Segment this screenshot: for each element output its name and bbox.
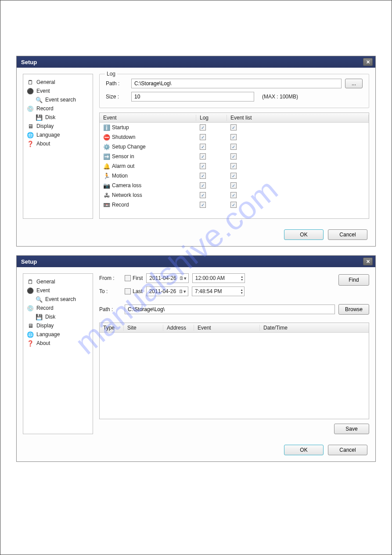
last-label: Last bbox=[133, 288, 143, 294]
browse-button[interactable]: Browse bbox=[338, 304, 369, 315]
motion-icon: 🏃 bbox=[103, 172, 110, 179]
nav-item-record[interactable]: 💿Record bbox=[26, 104, 90, 113]
nav-item-event-search[interactable]: 🔍Event search bbox=[26, 95, 90, 104]
eventlist-checkbox[interactable]: ✓ bbox=[230, 144, 237, 150]
setup-window-event: Setup ✕ 🗒General⚫Event🔍Event search💿Reco… bbox=[16, 56, 376, 247]
sensor-in-icon: ➡️ bbox=[103, 153, 110, 160]
eventlist-checkbox[interactable]: ✓ bbox=[230, 153, 237, 160]
col-eventlist[interactable]: Event list bbox=[227, 115, 369, 121]
calendar-icon: 🗓▾ bbox=[179, 276, 187, 281]
size-input[interactable] bbox=[131, 92, 254, 102]
nav-label: Event search bbox=[45, 97, 76, 103]
nav-item-about[interactable]: ❓About bbox=[26, 339, 90, 348]
col-address[interactable]: Address bbox=[163, 325, 194, 331]
event-row-network-loss: 🖧Network loss✓✓ bbox=[100, 190, 369, 200]
browse-button[interactable]: ... bbox=[345, 79, 363, 88]
find-button[interactable]: Find bbox=[338, 274, 369, 286]
col-datetime[interactable]: Date/Time bbox=[260, 325, 369, 331]
eventlist-checkbox[interactable]: ✓ bbox=[230, 124, 237, 131]
log-checkbox[interactable]: ✓ bbox=[200, 124, 206, 131]
nav-item-event-search[interactable]: 🔍Event search bbox=[26, 295, 90, 304]
results-table: Type Site Address Event Date/Time bbox=[99, 323, 369, 419]
close-button[interactable]: ✕ bbox=[363, 258, 373, 265]
nav-item-event[interactable]: ⚫Event bbox=[26, 286, 90, 295]
log-checkbox[interactable]: ✓ bbox=[200, 173, 206, 179]
log-checkbox[interactable]: ✓ bbox=[200, 163, 206, 169]
log-checkbox[interactable]: ✓ bbox=[200, 144, 206, 150]
nav-item-display[interactable]: 🖥Display bbox=[26, 122, 90, 131]
save-button[interactable]: Save bbox=[334, 424, 369, 434]
record-icon: 💿 bbox=[27, 305, 34, 312]
eventlist-checkbox[interactable]: ✓ bbox=[230, 134, 237, 140]
event-row-setup-change: ⚙️Setup Change✓✓ bbox=[100, 142, 369, 152]
path-input[interactable] bbox=[131, 79, 342, 88]
event-name: Alarm out bbox=[112, 163, 134, 169]
ok-button[interactable]: OK bbox=[284, 229, 324, 240]
language-icon: 🌐 bbox=[27, 131, 34, 138]
from-date-value: 2011-04-26 bbox=[149, 275, 176, 281]
nav-label: Record bbox=[36, 105, 54, 112]
nav-label: Disk bbox=[45, 114, 55, 120]
from-label: From : bbox=[99, 275, 121, 281]
cancel-button[interactable]: Cancel bbox=[328, 229, 367, 240]
log-legend: Log bbox=[105, 71, 117, 77]
event-table-header: Event Log Event list bbox=[100, 113, 369, 123]
nav-label: Event bbox=[36, 287, 50, 294]
to-date-picker[interactable]: 2011-04-26 🗓▾ bbox=[146, 287, 188, 296]
nav-label: Display bbox=[36, 323, 54, 329]
event-name: Camera loss bbox=[112, 182, 141, 189]
nav-tree: 🗒General⚫Event🔍Event search💿Record💾Disk🖥… bbox=[23, 74, 93, 219]
disk-icon: 💾 bbox=[36, 313, 43, 320]
col-event[interactable]: Event bbox=[194, 325, 260, 331]
calendar-icon: 🗓▾ bbox=[179, 289, 186, 294]
log-fieldset: Log Path : ... Size : (MAX : 100MB) bbox=[99, 74, 369, 108]
nav-item-display[interactable]: 🖥Display bbox=[26, 321, 90, 330]
nav-item-general[interactable]: 🗒General bbox=[26, 78, 90, 87]
nav-label: Disk bbox=[45, 314, 55, 320]
alarm-out-icon: 🔔 bbox=[103, 163, 110, 170]
record-icon: 💿 bbox=[27, 105, 34, 112]
from-date-picker[interactable]: 2011-04-26 🗓▾ bbox=[146, 273, 188, 283]
log-checkbox[interactable]: ✓ bbox=[200, 202, 206, 208]
last-checkbox[interactable]: Last bbox=[125, 288, 143, 294]
eventlist-checkbox[interactable]: ✓ bbox=[230, 182, 237, 189]
nav-item-about[interactable]: ❓About bbox=[26, 139, 90, 148]
nav-label: Record bbox=[36, 305, 54, 311]
close-button[interactable]: ✕ bbox=[363, 58, 373, 66]
results-header: Type Site Address Event Date/Time bbox=[100, 323, 369, 333]
language-icon: 🌐 bbox=[27, 331, 34, 338]
col-site[interactable]: Site bbox=[124, 325, 163, 331]
log-checkbox[interactable]: ✓ bbox=[200, 182, 206, 189]
nav-item-language[interactable]: 🌐Language bbox=[26, 131, 90, 139]
from-time-spinner[interactable]: 12:00:00 AM ▲▼ bbox=[192, 273, 245, 283]
nav-item-disk[interactable]: 💾Disk bbox=[26, 113, 90, 122]
cancel-button[interactable]: Cancel bbox=[328, 445, 367, 455]
to-time-spinner[interactable]: 7:48:54 PM ▲▼ bbox=[192, 287, 245, 296]
col-log[interactable]: Log bbox=[196, 115, 227, 121]
display-icon: 🖥 bbox=[27, 123, 34, 130]
nav-item-event[interactable]: ⚫Event bbox=[26, 87, 90, 95]
eventlist-checkbox[interactable]: ✓ bbox=[230, 163, 237, 169]
eventlist-checkbox[interactable]: ✓ bbox=[230, 202, 237, 208]
eventlist-checkbox[interactable]: ✓ bbox=[230, 173, 237, 179]
to-label: To : bbox=[99, 288, 121, 294]
col-type[interactable]: Type bbox=[100, 325, 124, 331]
setup-change-icon: ⚙️ bbox=[103, 143, 110, 150]
log-checkbox[interactable]: ✓ bbox=[200, 153, 206, 160]
first-checkbox[interactable]: First bbox=[125, 275, 143, 281]
log-checkbox[interactable]: ✓ bbox=[200, 192, 206, 198]
event-icon: ⚫ bbox=[27, 87, 34, 94]
nav-label: General bbox=[36, 79, 55, 85]
log-checkbox[interactable]: ✓ bbox=[200, 134, 206, 140]
window-title: Setup bbox=[21, 258, 37, 265]
path-input[interactable] bbox=[125, 305, 335, 314]
col-event[interactable]: Event bbox=[100, 115, 196, 121]
nav-item-language[interactable]: 🌐Language bbox=[26, 330, 90, 339]
nav-item-record[interactable]: 💿Record bbox=[26, 304, 90, 312]
eventlist-checkbox[interactable]: ✓ bbox=[230, 192, 237, 198]
nav-item-disk[interactable]: 💾Disk bbox=[26, 312, 90, 321]
nav-item-general[interactable]: 🗒General bbox=[26, 277, 90, 286]
ok-button[interactable]: OK bbox=[284, 445, 324, 455]
record-icon: 📼 bbox=[103, 201, 110, 208]
event-name: Motion bbox=[112, 173, 128, 179]
